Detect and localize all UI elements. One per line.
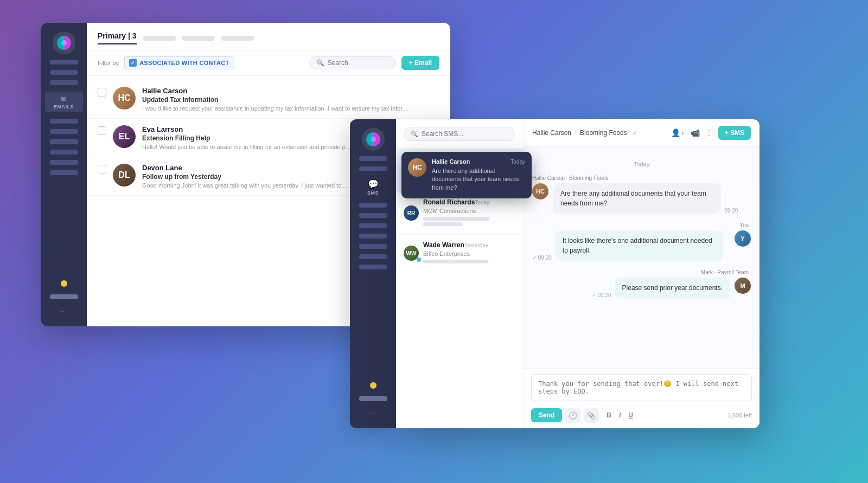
- sms-compose-input[interactable]: [531, 374, 752, 401]
- underline-button[interactable]: U: [626, 410, 635, 420]
- sidebar-nav-bar-5: [50, 129, 78, 134]
- email-header: Primary | 3: [87, 23, 450, 50]
- chat-avatar-you: Y: [735, 230, 751, 247]
- sidebar-nav-bar-3: [50, 80, 78, 85]
- sms-conv-company-wade: Biffco Enterprises: [423, 250, 488, 257]
- bold-button[interactable]: B: [604, 410, 614, 420]
- sms-conv-time-ronald: Today: [475, 199, 489, 205]
- email-checkbox-2[interactable]: [98, 126, 106, 135]
- sms-conv-wade[interactable]: WW Wade Warren Yesterday Biffco Enterpri…: [396, 235, 523, 272]
- italic-button[interactable]: I: [617, 410, 623, 420]
- notif-message: Are there any additional documents that …: [432, 167, 525, 192]
- sms-search-icon: 🔍: [411, 131, 418, 138]
- email-checkbox-1[interactable]: [98, 88, 106, 96]
- sms-compose-area: Send 🕐 📎 B I U 1,600 left: [524, 368, 760, 428]
- sms-conv-name-wade: Wade Warren: [423, 241, 464, 249]
- chat-date-divider: Today: [532, 161, 751, 168]
- sms-sidebar-bar-5: [359, 223, 387, 228]
- email-search-box[interactable]: 🔍: [309, 56, 396, 69]
- chat-sender-label-you: You: [532, 222, 751, 228]
- chat-group-you: You Y ✓ 09:20 It looks like there's one …: [532, 222, 751, 261]
- email-item-hallie[interactable]: HC Hallie Carson Updated Tax Information…: [87, 80, 450, 119]
- sms-conv-wade-row: WW Wade Warren Yesterday Biffco Enterpri…: [404, 241, 515, 265]
- sidebar-nav-bar-6: [50, 139, 78, 144]
- video-icon[interactable]: 📹: [691, 128, 700, 137]
- notif-header: Hallie Carson Today: [432, 158, 525, 165]
- tab-placeholder-4[interactable]: [221, 36, 254, 41]
- sidebar-status-dot: [61, 280, 67, 287]
- chat-sender-label-hallie: Hallie Carson · Blooming Foods: [532, 175, 751, 181]
- send-button[interactable]: Send: [531, 408, 562, 422]
- sms-notification-popup: HC Hallie Carson Today Are there any add…: [401, 152, 532, 198]
- tab-primary[interactable]: Primary | 3: [98, 31, 137, 44]
- sms-search-input[interactable]: [422, 130, 508, 138]
- sms-chat-contact-info: Hallie Carson › Blooming Foods ✓: [532, 129, 637, 137]
- add-sms-button[interactable]: + SMS: [718, 126, 751, 140]
- chat-bubble-outgoing-1: It looks like there's one additional doc…: [555, 230, 723, 261]
- chat-time-outgoing-1: ✓ 09:20: [532, 255, 552, 261]
- verified-icon: ✓: [633, 130, 637, 137]
- sidebar-nav-bar-4: [50, 119, 78, 124]
- chat-bubble-outgoing-2: Please send prior year documents.: [615, 278, 730, 298]
- notif-avatar: HC: [408, 158, 426, 177]
- app-logo: [53, 31, 75, 54]
- svg-point-1: [61, 40, 67, 46]
- sms-conv-company-ronald: MGM Constructions: [423, 208, 489, 214]
- email-search-input[interactable]: [328, 59, 389, 67]
- filter-chip-associated[interactable]: ✓ ASSOCIATED WITH CONTACT: [124, 56, 234, 69]
- compose-toolbar: Send 🕐 📎 B I U 1,600 left: [531, 408, 752, 423]
- sms-sidebar-bar-active: [359, 396, 387, 401]
- sms-conv-header-wade: Wade Warren Yesterday: [423, 241, 488, 249]
- filter-chip-text: ASSOCIATED WITH CONTACT: [139, 60, 229, 66]
- sms-chat-header: Hallie Carson › Blooming Foods ✓ 👤+ 📹 ⋮ …: [524, 119, 760, 147]
- sms-chat-messages: Today Hallie Carson · Blooming Foods HC …: [524, 147, 760, 368]
- sms-search-box[interactable]: 🔍: [404, 127, 515, 141]
- chat-avatar-hallie: HC: [532, 183, 548, 199]
- sms-sidebar-bar-2: [359, 166, 387, 171]
- chat-group-mark: Mark · Payroll Team M ✓ 09:20 Please sen…: [532, 269, 751, 298]
- tab-placeholder-3[interactable]: [182, 36, 215, 41]
- sms-sidebar: 💬 SMS ...: [350, 119, 396, 428]
- email-checkbox-3[interactable]: [98, 165, 106, 173]
- sms-sidebar-bar-7: [359, 244, 387, 249]
- svg-point-3: [371, 137, 376, 142]
- chat-time-outgoing-2: ✓ 09:20: [592, 292, 611, 298]
- chat-group-hallie: Hallie Carson · Blooming Foods HC Are th…: [532, 175, 751, 214]
- sms-conv-ronald-row: RR Ronald Richards Today MGM Constructio…: [404, 198, 515, 228]
- notif-name: Hallie Carson: [432, 158, 470, 165]
- chat-row-outgoing-2: M ✓ 09:20 Please send prior year documen…: [532, 278, 751, 298]
- email-subject-1: Updated Tax Information: [142, 96, 439, 104]
- more-options-icon[interactable]: ⋮: [705, 128, 713, 137]
- sms-sidebar-bar-9: [359, 265, 387, 269]
- sidebar-more-dots[interactable]: ...: [61, 305, 67, 313]
- sms-conv-avatar-ronald: RR: [404, 205, 419, 221]
- sms-sidebar-item-sms[interactable]: 💬 SMS: [354, 177, 392, 197]
- filter-checkmark: ✓: [129, 59, 137, 67]
- tab-placeholder-2[interactable]: [143, 36, 176, 41]
- chat-content-incoming-1: Are there any additional documents that …: [553, 183, 751, 214]
- email-content-1: Hallie Carson Updated Tax Information I …: [142, 87, 439, 112]
- sidebar-item-emails[interactable]: ✉ EMAILS: [45, 92, 83, 112]
- attach-button[interactable]: 📎: [584, 408, 599, 423]
- sidebar-nav-bar-8: [50, 160, 78, 165]
- chat-avatar-mark: M: [735, 278, 751, 294]
- sms-sidebar-bar-6: [359, 234, 387, 239]
- sms-chat-actions: 👤+ 📹 ⋮ + SMS: [671, 126, 751, 140]
- email-icon: ✉: [61, 95, 67, 103]
- sms-conv-time-wade: Yesterday: [464, 242, 488, 248]
- sms-more-dots[interactable]: ...: [370, 407, 376, 415]
- chat-content-outgoing-2: ✓ 09:20 Please send prior year documents…: [592, 278, 730, 298]
- filter-label: Filter by: [98, 60, 119, 66]
- format-options: B I U: [604, 410, 635, 420]
- sms-sidebar-label: SMS: [367, 190, 379, 196]
- add-contact-icon[interactable]: 👤+: [671, 128, 685, 137]
- add-email-button[interactable]: + Email: [401, 56, 439, 70]
- sidebar-nav-bar-7: [50, 150, 78, 154]
- email-sender-1: Hallie Carson: [142, 87, 439, 95]
- chat-contact-name: Hallie Carson: [532, 129, 571, 137]
- email-tabs: Primary | 3: [98, 31, 439, 44]
- sms-chat-panel: Hallie Carson › Blooming Foods ✓ 👤+ 📹 ⋮ …: [524, 119, 760, 428]
- notif-content: Hallie Carson Today Are there any additi…: [432, 158, 525, 192]
- schedule-button[interactable]: 🕐: [565, 408, 580, 423]
- avatar-hallie: HC: [113, 87, 136, 110]
